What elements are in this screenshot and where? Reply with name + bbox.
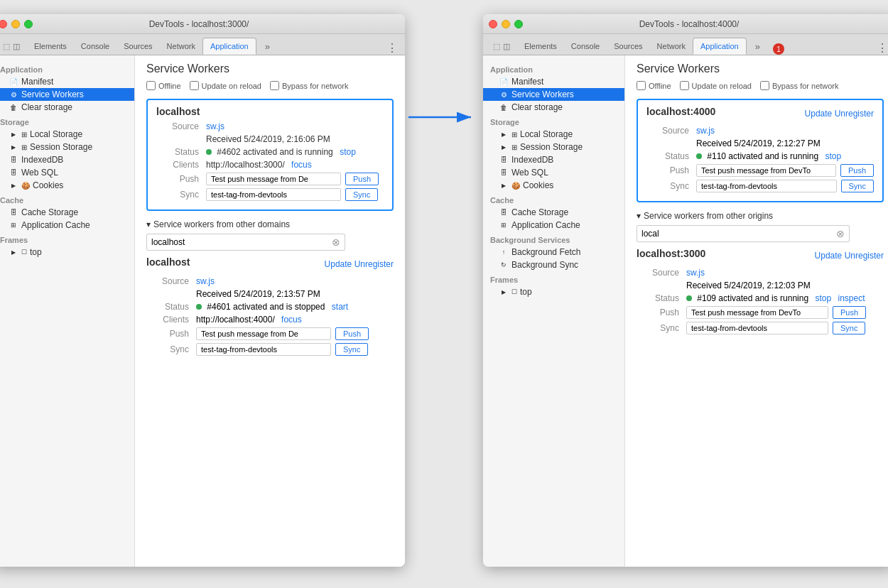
other-sw-unregister-link-2[interactable]: Unregister: [845, 251, 884, 261]
sidebar-item-indexeddb-2[interactable]: 🗄 IndexedDB: [483, 153, 624, 166]
bypass-label-1[interactable]: Bypass for network: [270, 81, 349, 90]
tab-application-1[interactable]: Application: [202, 38, 256, 55]
tab-console-2[interactable]: Console: [564, 38, 607, 55]
maximize-button-1[interactable]: [24, 20, 33, 28]
sw-unregister-link-2[interactable]: Unregister: [835, 109, 874, 119]
other-sw-update-link-2[interactable]: Update: [815, 251, 843, 261]
other-origins-header-2[interactable]: ▾ Service workers from other origins: [637, 211, 884, 221]
search-clear-icon-1[interactable]: ⊗: [332, 236, 340, 248]
bypass-checkbox-1[interactable]: [270, 81, 279, 90]
update-reload-label-2[interactable]: Update on reload: [680, 81, 752, 90]
tab-application-2[interactable]: Application: [693, 38, 747, 55]
search-input-1[interactable]: [151, 237, 332, 247]
tab-console-1[interactable]: Console: [74, 38, 117, 55]
bypass-checkbox-2[interactable]: [760, 81, 769, 90]
sidebar-item-service-workers-1[interactable]: ⚙ Service Workers: [0, 88, 134, 101]
minimize-button-1[interactable]: [11, 20, 20, 28]
other-sw-source-link-1[interactable]: sw.js: [196, 276, 215, 286]
tab-menu-2[interactable]: ⋮: [872, 41, 888, 55]
sidebar-item-local-storage-1[interactable]: ▶ ⊞ Local Storage: [0, 128, 134, 141]
other-sw-push-input-1[interactable]: [196, 327, 331, 340]
sidebar-item-manifest-2[interactable]: 📄 Manifest: [483, 75, 624, 88]
tab-elements-1[interactable]: Elements: [27, 38, 74, 55]
sw-source-link-1[interactable]: sw.js: [206, 121, 224, 131]
update-reload-label-1[interactable]: Update on reload: [190, 81, 261, 90]
offline-label-2[interactable]: Offline: [637, 81, 671, 90]
sidebar-item-session-storage-2[interactable]: ▶ ⊞ Session Storage: [483, 141, 624, 153]
sidebar-item-cache-storage-1[interactable]: 🗄 Cache Storage: [0, 206, 134, 219]
sw-sync-input-2[interactable]: [696, 180, 837, 192]
tab-menu-1[interactable]: ⋮: [382, 41, 402, 55]
sw-push-btn-1[interactable]: Push: [345, 173, 379, 185]
tab-network-2[interactable]: Network: [650, 38, 693, 55]
other-sw-push-input-2[interactable]: [686, 306, 828, 319]
sw-push-input-1[interactable]: [206, 173, 341, 185]
other-sw-received-1: Received 5/24/2019, 2:13:57 PM: [196, 289, 320, 299]
sw-focus-link-1[interactable]: focus: [291, 160, 312, 170]
other-sw-stop-link-2[interactable]: stop: [815, 293, 831, 303]
tab-sources-2[interactable]: Sources: [607, 38, 649, 55]
update-reload-checkbox-1[interactable]: [190, 81, 199, 90]
tab-more-1[interactable]: »: [258, 38, 277, 55]
offline-label-1[interactable]: Offline: [146, 81, 181, 90]
bypass-label-2[interactable]: Bypass for network: [760, 81, 839, 90]
sidebar-item-websql-1[interactable]: 🗄 Web SQL: [0, 166, 134, 179]
sidebar-item-bg-sync-2[interactable]: ↻ Background Sync: [483, 258, 624, 271]
other-sw-source-link-2[interactable]: sw.js: [686, 268, 705, 278]
sw-sync-input-1[interactable]: [206, 188, 341, 201]
other-sw-focus-link-1[interactable]: focus: [281, 315, 302, 325]
other-sw-update-link-1[interactable]: Update: [325, 259, 352, 269]
other-sw-start-link-1[interactable]: start: [332, 302, 348, 312]
sidebar-item-manifest-1[interactable]: 📄 Manifest: [0, 75, 134, 88]
sidebar-item-clear-storage-2[interactable]: 🗑 Clear storage: [483, 101, 624, 114]
sidebar-item-app-cache-2[interactable]: ⊞ Application Cache: [483, 219, 624, 232]
sidebar-item-websql-2[interactable]: 🗄 Web SQL: [483, 166, 624, 179]
tab-elements-2[interactable]: Elements: [517, 38, 564, 55]
other-sw-push-btn-2[interactable]: Push: [833, 306, 866, 319]
other-sw-inspect-link-2[interactable]: inspect: [838, 293, 865, 303]
sidebar-item-cookies-2[interactable]: ▶ 🍪 Cookies: [483, 179, 624, 192]
sidebar-item-session-storage-1[interactable]: ▶ ⊞ Session Storage: [0, 141, 134, 153]
close-button-2[interactable]: [489, 20, 497, 28]
sidebar-item-cache-storage-2[interactable]: 🗄 Cache Storage: [483, 206, 624, 219]
search-clear-icon-2[interactable]: ⊗: [836, 228, 845, 239]
other-sw-unregister-link-1[interactable]: Unregister: [354, 259, 394, 269]
minimize-button-2[interactable]: [502, 20, 510, 28]
sidebar-item-bg-fetch-2[interactable]: ↑ Background Fetch: [483, 246, 624, 258]
maximize-button-2[interactable]: [514, 20, 523, 28]
tab-dock[interactable]: ⬚ ◫: [0, 38, 27, 55]
other-sw-sync-btn-2[interactable]: Sync: [833, 322, 865, 334]
sidebar-item-service-workers-2[interactable]: ⚙ Service Workers: [483, 88, 624, 101]
sw-push-input-2[interactable]: [696, 164, 836, 177]
sw-sync-btn-2[interactable]: Sync: [841, 180, 874, 192]
tab-dock-2[interactable]: ⬚ ◫: [486, 38, 517, 55]
sidebar-item-local-storage-2[interactable]: ▶ ⊞ Local Storage: [483, 128, 624, 141]
tab-sources-1[interactable]: Sources: [117, 38, 159, 55]
arrow-ss-icon-2: ▶: [499, 142, 509, 152]
sw-stop-link-1[interactable]: stop: [340, 147, 356, 157]
close-button-1[interactable]: [0, 20, 7, 28]
update-reload-checkbox-2[interactable]: [680, 81, 689, 90]
sidebar-item-indexeddb-1[interactable]: 🗄 IndexedDB: [0, 153, 134, 166]
offline-checkbox-1[interactable]: [146, 81, 156, 90]
other-sw-sync-input-1[interactable]: [196, 343, 331, 356]
sw-update-link-2[interactable]: Update: [805, 109, 833, 119]
other-sw-push-btn-1[interactable]: Push: [335, 327, 369, 340]
sidebar-item-cookies-1[interactable]: ▶ 🍪 Cookies: [0, 179, 134, 192]
sw-source-link-2[interactable]: sw.js: [696, 126, 715, 136]
sidebar-item-top-2[interactable]: ▶ ☐ top: [483, 285, 624, 298]
tab-more-2[interactable]: »: [748, 38, 767, 55]
sw-sync-btn-1[interactable]: Sync: [345, 188, 378, 201]
websql-icon-2: 🗄: [499, 168, 509, 178]
offline-checkbox-2[interactable]: [637, 81, 646, 90]
sidebar-item-app-cache-1[interactable]: ⊞ Application Cache: [0, 219, 134, 232]
other-sw-sync-input-2[interactable]: [686, 322, 828, 334]
search-input-2[interactable]: [641, 229, 836, 239]
tab-network-1[interactable]: Network: [160, 38, 202, 55]
other-domains-header-1[interactable]: ▾ Service workers from other domains: [146, 219, 394, 229]
sw-stop-link-2[interactable]: stop: [825, 151, 841, 161]
sw-push-btn-2[interactable]: Push: [840, 164, 874, 177]
other-sw-sync-btn-1[interactable]: Sync: [335, 343, 368, 356]
sidebar-item-clear-storage-1[interactable]: 🗑 Clear storage: [0, 101, 134, 114]
sidebar-item-top-1[interactable]: ▶ ☐ top: [0, 246, 134, 258]
